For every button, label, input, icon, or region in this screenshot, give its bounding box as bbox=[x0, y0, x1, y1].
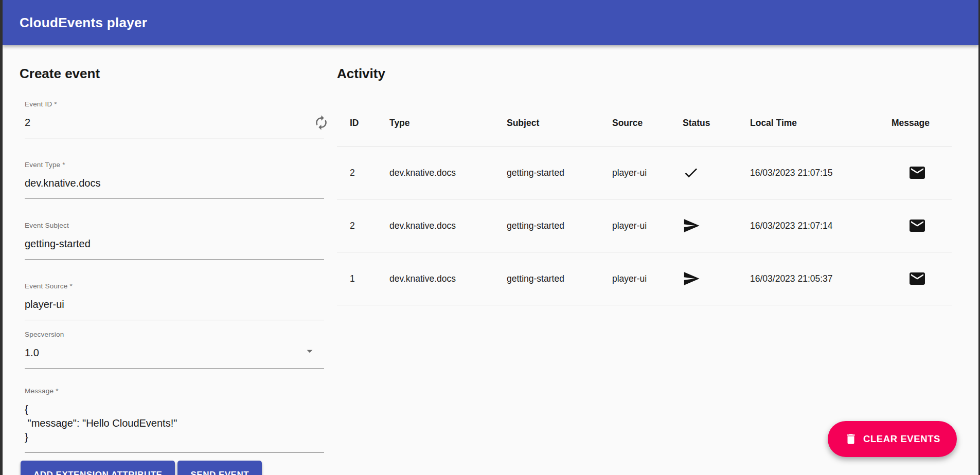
cell-id: 2 bbox=[350, 168, 389, 178]
message-label: Message * bbox=[25, 387, 324, 395]
cell-type: dev.knative.docs bbox=[389, 221, 507, 231]
message-field[interactable]: Message * { "message": "Hello CloudEvent… bbox=[25, 387, 324, 453]
form-actions: ADD EXTENSION ATTRIBUTE SEND EVENT bbox=[21, 461, 324, 475]
clear-events-label: CLEAR EVENTS bbox=[863, 433, 940, 445]
autorenew-icon[interactable] bbox=[313, 115, 329, 131]
check-icon bbox=[683, 165, 750, 181]
app-bar: CloudEvents player bbox=[3, 0, 978, 45]
activity-table-header: ID Type Subject Source Status Local Time… bbox=[337, 100, 952, 147]
cell-source: player-ui bbox=[612, 168, 683, 178]
event-id-label: Event ID * bbox=[25, 100, 324, 108]
dropdown-arrow-icon[interactable] bbox=[303, 344, 316, 358]
event-subject-input[interactable]: getting-started bbox=[25, 237, 324, 251]
message-input[interactable]: { "message": "Hello CloudEvents!" } bbox=[25, 403, 324, 444]
clear-events-button[interactable]: CLEAR EVENTS bbox=[828, 421, 957, 457]
event-source-input[interactable]: player-ui bbox=[25, 298, 324, 312]
event-type-field[interactable]: Event Type * dev.knative.docs bbox=[25, 161, 324, 199]
event-type-label: Event Type * bbox=[25, 161, 324, 169]
email-icon[interactable] bbox=[892, 163, 943, 182]
column-header-subject: Subject bbox=[507, 118, 612, 129]
send-icon bbox=[683, 270, 750, 287]
column-header-message: Message bbox=[892, 118, 943, 129]
window-left-border bbox=[0, 0, 3, 475]
create-event-form: Event ID * 2 Event Type * dev.knative.do… bbox=[25, 100, 324, 453]
add-extension-attribute-button[interactable]: ADD EXTENSION ATTRIBUTE bbox=[21, 461, 175, 475]
specversion-select[interactable]: Specversion 1.0 bbox=[25, 331, 324, 369]
event-subject-field[interactable]: Event Subject getting-started bbox=[25, 222, 324, 260]
send-event-button[interactable]: SEND EVENT bbox=[177, 461, 262, 475]
cell-local-time: 16/03/2023 21:05:37 bbox=[750, 273, 892, 284]
cell-id: 2 bbox=[350, 221, 389, 231]
event-id-input[interactable]: 2 bbox=[25, 116, 324, 130]
table-row: 2 dev.knative.docs getting-started playe… bbox=[337, 199, 952, 252]
event-source-label: Event Source * bbox=[25, 282, 324, 290]
event-subject-label: Event Subject bbox=[25, 222, 324, 229]
column-header-status: Status bbox=[683, 118, 750, 129]
cell-source: player-ui bbox=[612, 221, 683, 231]
cell-subject: getting-started bbox=[507, 168, 612, 178]
cell-type: dev.knative.docs bbox=[389, 273, 507, 284]
cell-subject: getting-started bbox=[507, 221, 612, 231]
column-header-source: Source bbox=[612, 118, 683, 129]
cell-subject: getting-started bbox=[507, 273, 612, 284]
column-header-local-time: Local Time bbox=[750, 118, 892, 129]
event-source-field[interactable]: Event Source * player-ui bbox=[25, 282, 324, 320]
cell-id: 1 bbox=[350, 273, 389, 284]
cell-local-time: 16/03/2023 21:07:15 bbox=[750, 168, 892, 178]
event-type-input[interactable]: dev.knative.docs bbox=[25, 176, 324, 190]
cell-source: player-ui bbox=[612, 273, 683, 284]
event-id-field[interactable]: Event ID * 2 bbox=[25, 100, 324, 138]
email-icon[interactable] bbox=[892, 269, 943, 288]
column-header-type: Type bbox=[389, 118, 507, 129]
cell-type: dev.knative.docs bbox=[389, 168, 507, 178]
specversion-value[interactable]: 1.0 bbox=[25, 346, 324, 360]
table-row: 1 dev.knative.docs getting-started playe… bbox=[337, 252, 952, 305]
specversion-label: Specversion bbox=[25, 331, 324, 338]
activity-panel: Activity ID Type Subject Source Status L… bbox=[337, 51, 952, 305]
cell-local-time: 16/03/2023 21:07:14 bbox=[750, 221, 892, 231]
create-event-panel: Create event Event ID * 2 Event Type * d… bbox=[20, 51, 324, 475]
activity-heading: Activity bbox=[337, 66, 952, 82]
delete-icon bbox=[844, 432, 858, 446]
create-event-heading: Create event bbox=[20, 66, 324, 82]
table-row: 2 dev.knative.docs getting-started playe… bbox=[337, 147, 952, 199]
email-icon[interactable] bbox=[892, 216, 943, 235]
column-header-id: ID bbox=[350, 118, 389, 129]
send-icon bbox=[683, 217, 750, 234]
app-title: CloudEvents player bbox=[20, 15, 147, 31]
